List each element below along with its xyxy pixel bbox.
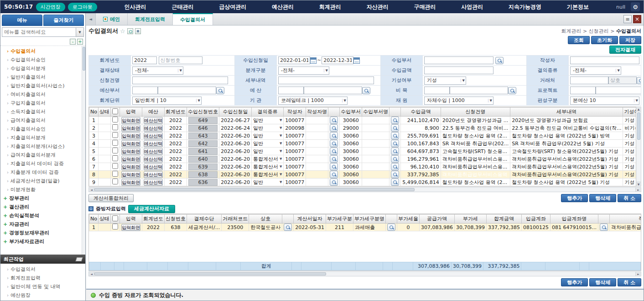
- search-icon[interactable]: [600, 224, 608, 231]
- cell-select[interactable]: 일반▼: [253, 148, 282, 155]
- col-header[interactable]: 입력: [119, 214, 142, 224]
- sidebar-tab-favorites[interactable]: 즐겨찾기: [43, 15, 84, 26]
- cancel-button[interactable]: 취 소: [618, 194, 641, 202]
- tab-list-icon[interactable]: ≡: [623, 15, 632, 23]
- cell-select[interactable]: 기성▼: [624, 117, 636, 124]
- cell-button[interactable]: 예산선택: [144, 117, 163, 124]
- income-dept-input[interactable]: [424, 56, 493, 64]
- extend-time-button[interactable]: 시간연장: [36, 3, 65, 11]
- cancel-button[interactable]: 취 소: [618, 278, 641, 286]
- search-icon[interactable]: [387, 224, 395, 231]
- invoice-merge-button[interactable]: 계산서통합처리: [88, 194, 134, 202]
- search-icon[interactable]: [362, 87, 370, 94]
- col-header[interactable]: 상태: [98, 214, 110, 224]
- cell-button[interactable]: 입력화면: [121, 140, 140, 147]
- cell-select[interactable]: 통합계산서▼: [253, 156, 282, 163]
- top-menu-item[interactable]: 구매관리: [411, 3, 438, 11]
- vendor-name-input[interactable]: [608, 77, 637, 84]
- project-code-input[interactable]: [570, 87, 596, 94]
- col-header[interactable]: 부가세율: [397, 214, 420, 224]
- sidebar-item[interactable]: ›회계전표입력: [1, 274, 84, 282]
- row-checkbox[interactable]: [112, 179, 118, 184]
- expense-item-code-input[interactable]: [424, 87, 450, 94]
- grid-row[interactable]: 6입력화면예산선택20226402022-06-20통합계산서▼10007730…: [89, 155, 637, 163]
- row-checkbox[interactable]: [112, 163, 118, 169]
- row-checkbox[interactable]: [112, 155, 118, 161]
- sidebar-item[interactable]: ›일반지출결의서: [1, 73, 81, 82]
- journal-type-select[interactable]: -전체-▼: [278, 66, 329, 75]
- scrollbar-thumb[interactable]: [83, 47, 85, 71]
- col-header[interactable]: 결제수단: [187, 214, 221, 224]
- top-menu-item[interactable]: 근태관리: [169, 3, 196, 11]
- date-from-input[interactable]: [278, 56, 310, 64]
- cell-select[interactable]: 기성▼: [624, 148, 636, 155]
- cell-button[interactable]: 예산선택: [144, 171, 163, 178]
- search-icon[interactable]: [330, 171, 338, 178]
- link-icon[interactable]: [135, 28, 141, 34]
- writer-input[interactable]: [570, 56, 639, 64]
- cell-button[interactable]: 입력화면: [121, 171, 140, 178]
- agency-select[interactable]: 코레일테크 | 1000▼: [278, 97, 348, 105]
- select-all-checkbox[interactable]: [112, 108, 118, 114]
- select-all-checkbox[interactable]: [112, 215, 118, 221]
- tab-수입결의서[interactable]: 수입결의서: [173, 13, 213, 25]
- col-header[interactable]: No: [89, 107, 99, 117]
- col-header[interactable]: 합계금액: [487, 214, 522, 224]
- scrollbar-thumb[interactable]: [94, 272, 326, 275]
- detail-input[interactable]: [278, 77, 374, 84]
- scroll-left-icon[interactable]: ◄: [89, 272, 94, 276]
- budget-type-select[interactable]: 본예산 10▼: [570, 97, 639, 105]
- cell-button[interactable]: 입력화면: [121, 125, 140, 132]
- row-checkbox[interactable]: [112, 124, 118, 130]
- grid-row[interactable]: 1입력화면2022638세금계산서/...23500한국철도공사2022-05-…: [89, 224, 642, 231]
- close-tab-icon[interactable]: ×: [633, 15, 641, 23]
- col-header[interactable]: 입금계좌: [522, 214, 551, 224]
- cell-button[interactable]: 입력화면: [121, 133, 140, 139]
- top-menu-item[interactable]: 사업관리: [458, 3, 486, 11]
- capture-icon[interactable]: [127, 28, 133, 34]
- scrollbar-thumb[interactable]: [637, 112, 640, 140]
- tab-메인[interactable]: 메인: [96, 13, 128, 25]
- cell-select[interactable]: 비기성▼: [624, 125, 636, 132]
- col-header[interactable]: [386, 214, 397, 224]
- sidebar-item[interactable]: ›수입결의서: [1, 47, 81, 56]
- search-icon[interactable]: [391, 148, 399, 155]
- sidebar-item[interactable]: ›지출결의서 데이터 검증: [1, 159, 81, 168]
- top-menu-item[interactable]: 인사관리: [122, 3, 149, 11]
- menu-search-input[interactable]: [2, 28, 76, 36]
- col-header[interactable]: 기성여부: [623, 107, 636, 117]
- add-row-button[interactable]: 행추가: [561, 194, 588, 202]
- col-header[interactable]: 부가세구분: [326, 214, 353, 224]
- search-icon[interactable]: [391, 124, 399, 132]
- request-no-input[interactable]: [159, 56, 203, 64]
- row-checkbox[interactable]: [112, 148, 118, 153]
- scroll-down-icon[interactable]: ▼: [636, 182, 641, 186]
- col-header[interactable]: 수입부서명: [362, 107, 390, 117]
- sidebar-item[interactable]: +결산관리: [1, 203, 81, 211]
- cell-select[interactable]: 기성▼: [624, 133, 636, 139]
- row-checkbox[interactable]: [112, 140, 118, 146]
- search-icon[interactable]: [330, 117, 338, 124]
- sidebar-item[interactable]: ›지출결의서분개(사업소): [1, 142, 81, 151]
- sidebar-tab-menu[interactable]: 메뉴: [2, 15, 42, 26]
- search-button[interactable]: 조회: [568, 36, 590, 44]
- vendor-code-input[interactable]: [570, 77, 608, 84]
- sidebar-item[interactable]: ›소득지출결의서: [1, 107, 81, 116]
- col-header[interactable]: 회계년도: [142, 214, 164, 224]
- cell-select[interactable]: 일반▼: [253, 179, 282, 186]
- budget-name-input[interactable]: [304, 87, 362, 94]
- favorite-star-icon[interactable]: ☆: [120, 28, 125, 35]
- search-icon[interactable]: [391, 155, 399, 163]
- cell-button[interactable]: 입력화면: [121, 179, 140, 186]
- calendar-icon[interactable]: [310, 57, 317, 64]
- cell-select[interactable]: 통합계산서▼: [253, 163, 282, 170]
- search-icon[interactable]: [330, 140, 338, 147]
- col-header[interactable]: 수입금액: [401, 107, 441, 117]
- col-header[interactable]: 결의종류: [251, 107, 283, 117]
- delete-row-button[interactable]: 행삭제: [589, 278, 616, 286]
- cell-select[interactable]: 일반▼: [253, 140, 282, 147]
- col-header[interactable]: [390, 107, 401, 117]
- collapse-all-button[interactable]: -: [70, 39, 76, 45]
- scrollbar-thumb[interactable]: [94, 188, 415, 191]
- search-icon[interactable]: [330, 155, 338, 163]
